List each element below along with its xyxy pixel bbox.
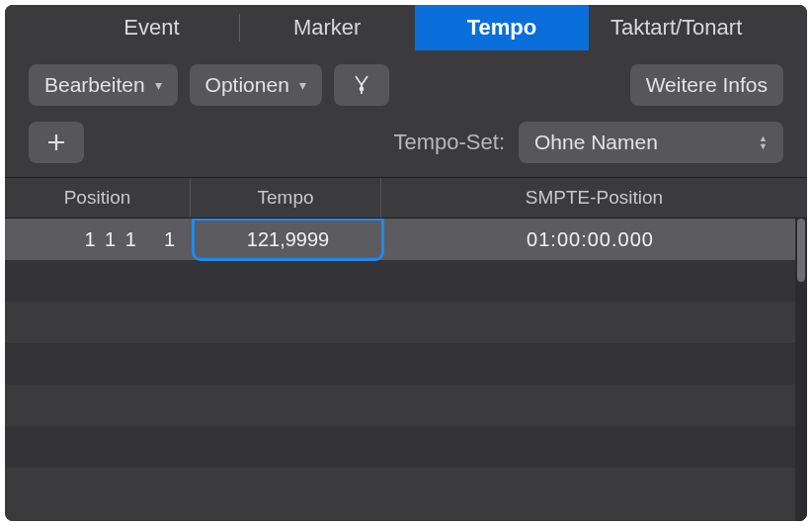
header-smpte[interactable]: SMPTE-Position — [381, 178, 807, 218]
additional-info-toggle[interactable] — [334, 64, 389, 106]
chevron-down-icon: ▾ — [299, 77, 306, 93]
table-row-stripe — [5, 260, 807, 302]
cell-position[interactable]: 1 1 1 1 — [5, 219, 191, 260]
add-button[interactable] — [29, 122, 84, 163]
plus-icon — [45, 132, 67, 153]
table-row-stripe — [5, 385, 807, 426]
chevron-down-icon: ▾ — [155, 77, 162, 93]
tab-marker[interactable]: Marker — [240, 5, 415, 50]
filter-icon — [349, 72, 374, 98]
table-row-stripe — [5, 343, 807, 385]
more-info-button[interactable]: Weitere Infos — [630, 64, 783, 106]
cell-tempo-editing[interactable]: 121,9999 — [193, 219, 383, 260]
svg-point-1 — [359, 87, 364, 92]
edit-label: Bearbeiten — [44, 73, 145, 97]
tempo-set-row: Tempo-Set: Ohne Namen ▲▼ — [5, 112, 807, 177]
table-body: 1 1 1 1 121,9999 01:00:00.000 — [5, 219, 807, 521]
table-row-stripe — [5, 302, 807, 343]
tempo-set-select[interactable]: Ohne Namen ▲▼ — [519, 122, 783, 163]
tempo-set-selected: Ohne Namen — [534, 131, 658, 154]
options-menu[interactable]: Optionen ▾ — [190, 64, 322, 106]
table-row[interactable]: 1 1 1 1 121,9999 01:00:00.000 — [5, 219, 795, 260]
tab-tempo[interactable]: Tempo — [415, 5, 590, 50]
more-info-label: Weitere Infos — [646, 73, 768, 97]
tab-event[interactable]: Event — [64, 5, 239, 50]
tempo-set-label: Tempo-Set: — [394, 130, 506, 155]
table-row-stripe — [5, 468, 807, 509]
position-bars: 1 1 1 — [84, 228, 137, 251]
scrollbar-thumb[interactable] — [797, 219, 805, 282]
header-position[interactable]: Position — [5, 178, 191, 218]
vertical-scrollbar[interactable] — [795, 219, 807, 521]
tab-signature[interactable]: Taktart/Tonart — [589, 5, 764, 50]
tempo-list-window: Event Marker Tempo Taktart/Tonart Bearbe… — [5, 5, 807, 521]
cell-smpte[interactable]: 01:00:00.000 — [385, 219, 795, 260]
position-ticks: 1 — [164, 228, 177, 251]
edit-menu[interactable]: Bearbeiten ▾ — [29, 64, 178, 106]
options-label: Optionen — [205, 73, 289, 97]
header-tempo[interactable]: Tempo — [191, 178, 381, 218]
select-arrows-icon: ▲▼ — [759, 134, 768, 150]
toolbar: Bearbeiten ▾ Optionen ▾ Weitere Infos — [5, 50, 807, 112]
table-row-stripe — [5, 426, 807, 468]
list-editor-tabs: Event Marker Tempo Taktart/Tonart — [5, 5, 807, 50]
table-header: Position Tempo SMPTE-Position — [5, 177, 807, 219]
